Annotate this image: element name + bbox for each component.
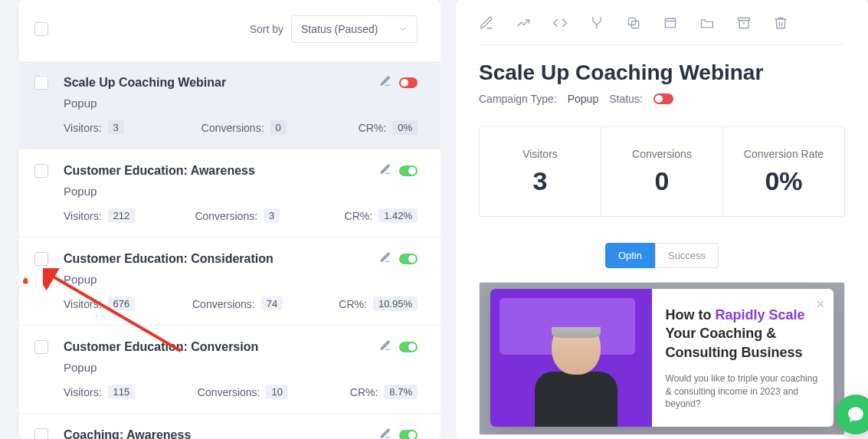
- visitors-value: 676: [108, 296, 136, 311]
- campaign-type: Popup: [64, 185, 418, 198]
- sort-by-select[interactable]: Status (Paused): [291, 15, 418, 43]
- code-icon[interactable]: [552, 15, 568, 31]
- edit-campaign-icon[interactable]: [379, 339, 391, 355]
- conversions-label: Conversions:: [201, 122, 264, 134]
- campaign-type: Popup: [64, 273, 418, 286]
- sort-value: Status (Paused): [301, 23, 378, 35]
- campaign-checkbox[interactable]: [34, 164, 48, 178]
- svg-rect-5: [739, 21, 748, 28]
- campaign-title: Customer Education: Awareness: [64, 164, 379, 178]
- campaign-checkbox[interactable]: [34, 252, 48, 266]
- campaign-title: Customer Education: Conversion: [64, 340, 379, 354]
- campaign-checkbox[interactable]: [34, 428, 48, 439]
- campaign-checkbox[interactable]: [34, 76, 48, 90]
- edit-campaign-icon[interactable]: [379, 163, 391, 179]
- svg-rect-2: [665, 18, 675, 28]
- status-toggle[interactable]: [653, 93, 673, 104]
- edit-campaign-icon[interactable]: [379, 428, 391, 439]
- edit-icon[interactable]: [479, 15, 494, 31]
- detail-toolbar: [479, 11, 845, 44]
- metric-visitors-value: 3: [533, 166, 548, 196]
- conversions-label: Conversions:: [198, 386, 260, 398]
- folder-icon[interactable]: [699, 15, 715, 31]
- visitors-label: Visitors:: [64, 386, 102, 398]
- visitors-label: Visitors:: [64, 122, 102, 134]
- campaign-checkbox[interactable]: [34, 340, 48, 354]
- cr-value: 10.95%: [373, 296, 418, 311]
- analytics-icon[interactable]: [516, 15, 531, 31]
- popup-heading-post: Your Coaching & Consulting Business: [666, 326, 803, 359]
- cr-value: 1.42%: [378, 208, 418, 223]
- visitors-value: 212: [108, 208, 136, 223]
- status-label: Status:: [609, 93, 643, 105]
- chevron-down-icon: [398, 25, 408, 34]
- campaign-toggle[interactable]: [399, 342, 418, 352]
- visitors-label: Visitors:: [64, 210, 102, 222]
- popup-card: × How to Rapidly Scale Your Coaching & C…: [490, 289, 834, 427]
- metrics-row: Visitors 3 Conversions 0 Conversion Rate…: [479, 126, 845, 217]
- cr-label: CR%:: [359, 122, 387, 134]
- select-all-checkbox[interactable]: [34, 22, 48, 36]
- cr-label: CR%:: [350, 386, 378, 398]
- campaign-title: Coaching: Awareness: [64, 428, 379, 439]
- campaign-item[interactable]: Scale Up Coaching Webinar Popup Visitors…: [19, 61, 441, 149]
- metric-cr-label: Conversion Rate: [744, 148, 824, 160]
- campaign-type-value: Popup: [568, 93, 598, 105]
- metric-cr-value: 0%: [765, 166, 802, 196]
- campaign-item[interactable]: Customer Education: Conversion Popup Vis…: [19, 326, 441, 414]
- tab-optin[interactable]: Optin: [605, 243, 655, 268]
- campaign-title: Customer Education: Consideration: [64, 252, 379, 266]
- conversions-label: Conversions:: [192, 298, 255, 310]
- hot-campaign-icon: [18, 274, 31, 293]
- campaign-detail-panel: Scale Up Coaching Webinar Campaign Type:…: [456, 0, 868, 439]
- cr-label: CR%:: [339, 298, 367, 310]
- detail-title: Scale Up Coaching Webinar: [479, 61, 845, 85]
- campaign-type: Popup: [64, 97, 418, 110]
- popup-heading-accent: Rapidly Scale: [716, 307, 805, 323]
- window-icon[interactable]: [663, 15, 678, 31]
- visitors-value: 115: [108, 385, 136, 399]
- conversions-value: 10: [266, 385, 287, 399]
- split-test-icon[interactable]: [589, 15, 604, 31]
- visitors-label: Visitors:: [64, 298, 102, 310]
- popup-heading-pre: How to: [666, 307, 716, 323]
- metric-conversions-label: Conversions: [632, 148, 692, 160]
- conversions-label: Conversions:: [195, 210, 257, 222]
- cr-value: 0%: [392, 120, 418, 135]
- popup-body: Would you like to triple your coaching &…: [666, 372, 820, 411]
- edit-campaign-icon[interactable]: [379, 75, 391, 90]
- conversions-value: 3: [264, 208, 280, 223]
- popup-close-icon[interactable]: ×: [816, 296, 824, 313]
- cr-value: 8.7%: [384, 385, 418, 399]
- campaign-toggle[interactable]: [399, 254, 418, 264]
- archive-icon[interactable]: [736, 15, 752, 31]
- popup-heading: How to Rapidly Scale Your Coaching & Con…: [666, 306, 820, 362]
- campaign-item[interactable]: Coaching: Awareness Popup Visitors: Conv…: [19, 414, 441, 439]
- campaign-toggle[interactable]: [399, 77, 418, 88]
- campaign-type: Popup: [64, 361, 418, 374]
- campaign-toggle[interactable]: [399, 430, 418, 439]
- cr-label: CR%:: [345, 210, 373, 222]
- copy-icon[interactable]: [626, 15, 641, 31]
- metric-visitors-label: Visitors: [522, 148, 558, 160]
- edit-campaign-icon[interactable]: [379, 251, 391, 267]
- tab-success[interactable]: Success: [655, 243, 719, 268]
- campaign-title: Scale Up Coaching Webinar: [64, 76, 379, 90]
- campaign-item[interactable]: Customer Education: Consideration Popup …: [19, 238, 441, 326]
- conversions-value: 0: [270, 120, 287, 135]
- campaign-type-label: Campaign Type:: [479, 93, 557, 105]
- campaign-list-panel: Sort by Status (Paused) Scale Up Coachin…: [19, 0, 441, 439]
- campaign-toggle[interactable]: [399, 165, 418, 176]
- campaign-item[interactable]: Customer Education: Awareness Popup Visi…: [19, 149, 441, 238]
- metric-conversions-value: 0: [655, 166, 670, 196]
- visitors-value: 3: [108, 120, 124, 135]
- trash-icon[interactable]: [773, 15, 788, 31]
- sort-by-label: Sort by: [250, 23, 283, 35]
- campaign-preview: × How to Rapidly Scale Your Coaching & C…: [479, 282, 845, 435]
- conversions-value: 74: [261, 296, 283, 311]
